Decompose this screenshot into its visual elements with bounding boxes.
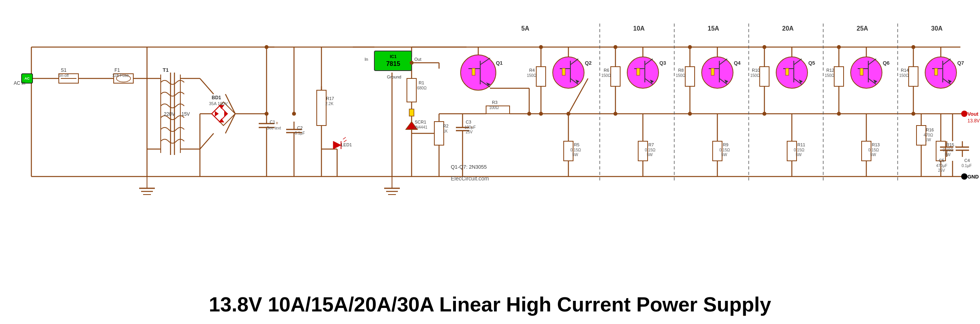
svg-text:IC1: IC1: [390, 54, 396, 59]
svg-text:5W: 5W: [945, 153, 951, 157]
svg-text:AC: AC: [25, 76, 30, 80]
svg-text:1W: 1W: [925, 138, 931, 142]
svg-text:R11: R11: [797, 142, 805, 147]
svg-point-228: [688, 45, 692, 49]
svg-text:R7: R7: [648, 142, 654, 147]
svg-text:25V: 25V: [466, 130, 473, 134]
svg-point-234: [911, 45, 915, 49]
svg-text:0.1μF: 0.1μF: [295, 131, 305, 135]
svg-text:R14: R14: [901, 68, 909, 73]
svg-text:10A: 10A: [633, 25, 645, 32]
svg-point-230: [762, 45, 766, 49]
svg-text:Q2: Q2: [585, 60, 592, 66]
svg-text:13.8V: 13.8V: [967, 118, 980, 124]
svg-point-173: [776, 57, 808, 88]
svg-text:1K: 1K: [443, 129, 448, 133]
svg-rect-171: [685, 67, 695, 86]
svg-text:2.2K: 2.2K: [325, 102, 334, 106]
svg-text:2N4441: 2N4441: [414, 125, 427, 129]
svg-rect-163: [611, 67, 620, 86]
svg-text:5W: 5W: [647, 153, 653, 157]
svg-rect-179: [760, 67, 769, 86]
svg-text:25V: 25V: [938, 168, 945, 173]
svg-point-157: [627, 57, 659, 88]
svg-text:5W: 5W: [721, 153, 728, 157]
svg-text:LED1: LED1: [341, 142, 352, 147]
svg-text:R8: R8: [678, 68, 684, 73]
svg-text:470Ω: 470Ω: [924, 133, 933, 137]
svg-text:5W: 5W: [796, 153, 802, 157]
svg-text:Q5: Q5: [808, 60, 815, 66]
svg-rect-187: [834, 67, 844, 86]
schematic-diagram: AC: [0, 0, 980, 324]
svg-point-226: [613, 45, 617, 49]
svg-text:220V: 220V: [164, 111, 175, 117]
svg-text:5W: 5W: [870, 153, 877, 157]
svg-text:R9: R9: [723, 142, 728, 147]
svg-text:R17: R17: [326, 96, 334, 101]
svg-text:0.15Ω: 0.15Ω: [719, 148, 730, 152]
svg-text:100Ω: 100Ω: [489, 106, 499, 110]
svg-text:0.15Ω: 0.15Ω: [868, 148, 879, 152]
svg-point-224: [566, 112, 570, 116]
svg-text:150Ω: 150Ω: [750, 73, 760, 78]
title-area: 13.8V 10A/15A/20A/30A Linear High Curren…: [0, 293, 980, 316]
svg-rect-327: [786, 68, 789, 75]
svg-text:0.15Ω: 0.15Ω: [570, 148, 581, 152]
svg-text:30A: 30A: [931, 25, 943, 32]
svg-text:C3: C3: [466, 120, 471, 124]
svg-text:35A 100V: 35A 100V: [209, 101, 228, 106]
svg-point-165: [702, 57, 733, 88]
svg-text:5W: 5W: [572, 153, 579, 157]
svg-rect-326: [711, 68, 714, 75]
svg-text:Vout: Vout: [967, 111, 979, 117]
svg-text:0.15Ω: 0.15Ω: [794, 148, 804, 152]
svg-point-216: [961, 173, 967, 180]
svg-rect-329: [935, 68, 938, 75]
page-title: 13.8V 10A/15A/20A/30A Linear High Curren…: [209, 293, 771, 316]
svg-text:SCR1: SCR1: [415, 120, 426, 124]
svg-text:T1: T1: [163, 67, 169, 73]
svg-text:7815: 7815: [386, 60, 400, 67]
svg-text:680Ω: 680Ω: [417, 86, 427, 90]
svg-text:AC in: AC in: [14, 80, 25, 86]
svg-point-225: [613, 112, 617, 116]
svg-point-223: [539, 45, 543, 49]
svg-text:C4: C4: [964, 158, 970, 163]
svg-rect-324: [562, 68, 565, 75]
svg-text:Q3: Q3: [659, 60, 666, 66]
svg-text:12A Fuse: 12A Fuse: [112, 73, 129, 78]
svg-text:100μF: 100μF: [465, 125, 476, 129]
svg-point-219: [265, 45, 269, 49]
svg-text:Q7: Q7: [957, 60, 964, 66]
svg-text:R3: R3: [492, 100, 497, 105]
svg-text:150Ω: 150Ω: [899, 73, 909, 78]
svg-text:150Ω: 150Ω: [676, 73, 686, 78]
svg-text:on-off: on-off: [59, 73, 69, 78]
svg-text:ElecCircuit.com: ElecCircuit.com: [451, 175, 489, 182]
svg-text:150Ω: 150Ω: [527, 73, 537, 78]
svg-text:470μF: 470μF: [936, 164, 947, 168]
svg-text:25A: 25A: [857, 25, 868, 32]
svg-text:S1: S1: [61, 67, 67, 73]
svg-text:See text: See text: [267, 126, 281, 130]
svg-point-132: [461, 55, 496, 90]
svg-point-227: [688, 112, 692, 116]
svg-point-217: [265, 112, 269, 116]
svg-text:R12: R12: [826, 68, 834, 73]
svg-rect-138: [407, 78, 416, 102]
svg-point-189: [925, 57, 956, 88]
svg-text:Ground: Ground: [387, 75, 401, 79]
svg-text:0.1μF: 0.1μF: [962, 164, 972, 168]
svg-text:15A: 15A: [708, 25, 719, 32]
svg-point-220: [410, 61, 414, 65]
svg-text:BD1: BD1: [212, 95, 221, 100]
svg-text:Q1-Q7: 2N3055: Q1-Q7: 2N3055: [451, 164, 487, 170]
svg-text:R5: R5: [574, 142, 579, 147]
svg-text:+: +: [276, 120, 278, 126]
svg-rect-323: [472, 68, 475, 75]
svg-rect-325: [637, 68, 640, 75]
svg-text:R1: R1: [419, 80, 424, 85]
svg-text:Q1: Q1: [496, 60, 503, 66]
svg-point-233: [911, 112, 915, 116]
